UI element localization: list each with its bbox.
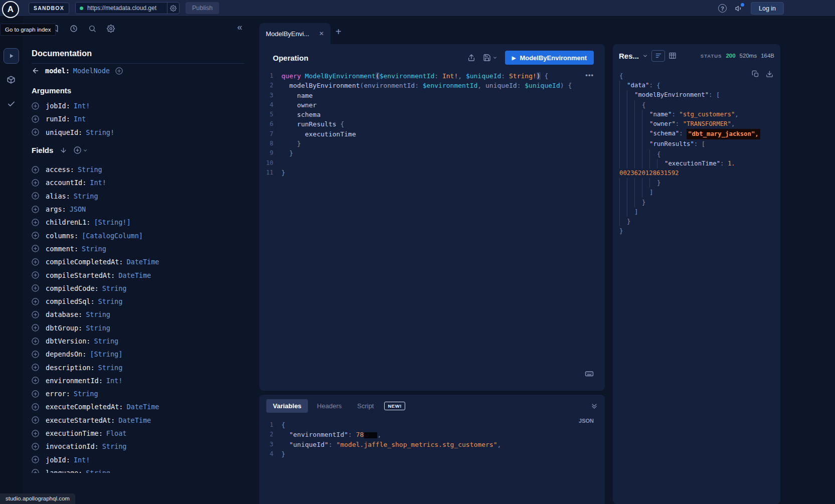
tree-view-icon[interactable] [651,50,665,62]
login-button[interactable]: Log in [751,2,784,15]
add-to-query-icon[interactable] [32,377,39,384]
field-type-link[interactable]: String [94,337,118,345]
collapse-panel-icon[interactable] [591,403,598,410]
add-to-query-icon[interactable] [32,166,39,174]
share-icon[interactable] [467,54,475,62]
apollo-logo[interactable]: A [2,1,19,18]
add-to-query-icon[interactable] [32,179,39,187]
field-type-link[interactable]: String [82,245,106,253]
field-type-link[interactable]: DateTime [126,403,159,411]
endpoint-url[interactable]: https://metadata.cloud.get [83,5,167,12]
add-to-query-icon[interactable] [32,364,39,371]
download-response-icon[interactable] [766,70,773,78]
add-to-query-icon[interactable] [32,206,39,213]
field-type-link[interactable]: DateTime [118,416,151,424]
announcements-icon[interactable] [735,5,743,13]
explorer-icon[interactable] [4,48,19,64]
field-type-link[interactable]: JSON [70,205,86,213]
add-to-query-icon[interactable] [32,219,39,226]
operation-tab[interactable]: ModelByEnvi... ✕ [259,23,330,44]
settings-icon[interactable] [107,25,115,33]
field-type-link[interactable]: Int! [74,102,90,110]
publish-button[interactable]: Publish [186,2,219,14]
add-all-fields-icon[interactable] [74,146,88,154]
field-type-link[interactable]: String [78,165,102,174]
history-icon[interactable] [70,25,78,33]
fields-list[interactable]: access:StringaccountId:Int!alias:Stringa… [32,163,244,473]
add-to-query-icon[interactable] [115,67,123,75]
tab-headers[interactable]: Headers [310,399,348,413]
field-type-link[interactable]: DateTime [118,271,151,279]
checks-icon[interactable] [7,100,16,108]
add-to-query-icon[interactable] [32,324,39,331]
field-type-link[interactable]: String [98,364,123,372]
add-to-query-icon[interactable] [32,430,39,437]
response-json[interactable]: {"data": {"modelByEnvironment": [{"name"… [613,67,780,236]
add-to-query-icon[interactable] [32,456,39,463]
endpoint-input[interactable]: https://metadata.cloud.get [75,2,180,14]
add-to-query-icon[interactable] [32,128,39,136]
field-type-link[interactable]: String [74,390,98,398]
collapse-sidebar-icon[interactable]: « [237,23,242,32]
field-type-link[interactable]: String [74,192,98,200]
tab-script[interactable]: Script [351,399,380,413]
field-type-link[interactable]: Int! [74,456,90,464]
add-to-query-icon[interactable] [32,245,39,252]
save-menu-chevron-icon[interactable] [492,55,497,60]
new-tab-icon[interactable]: + [336,27,342,37]
add-to-query-icon[interactable] [32,403,39,411]
field-type-link[interactable]: Float [106,429,127,437]
indent-guide [619,100,627,110]
field-type-link[interactable]: Int [74,115,86,123]
connection-settings-icon[interactable] [167,3,179,14]
back-icon[interactable] [32,67,40,75]
add-to-query-icon[interactable] [32,443,39,450]
add-to-query-icon[interactable] [32,351,39,358]
code-token: ] [634,207,638,217]
add-to-query-icon[interactable] [32,258,39,266]
add-to-query-icon[interactable] [32,232,39,239]
add-to-query-icon[interactable] [32,338,39,345]
field-type-link[interactable]: String [102,284,127,292]
add-to-query-icon[interactable] [32,115,39,123]
add-to-query-icon[interactable] [32,390,39,398]
field-type-link[interactable]: String [86,310,110,318]
run-operation-button[interactable]: ▶ ModelByEnvironment [505,51,594,65]
sort-fields-icon[interactable] [60,146,67,154]
field-type-link[interactable]: String [86,469,110,473]
response-menu-chevron-icon[interactable] [642,53,648,59]
add-to-query-icon[interactable] [32,311,39,318]
add-to-query-icon[interactable] [32,192,39,200]
field-name: description: [46,364,95,372]
add-to-query-icon[interactable] [32,284,39,292]
add-to-query-icon[interactable] [32,271,39,279]
field-type-link[interactable]: String [86,324,110,332]
add-to-query-icon[interactable] [32,298,39,305]
add-to-query-icon[interactable] [32,469,39,473]
help-icon[interactable]: ? [718,4,727,13]
keyboard-shortcuts-icon[interactable] [585,369,594,378]
field-type-link[interactable]: [String!] [94,218,130,226]
field-type-link[interactable]: [String] [90,350,122,358]
add-to-query-icon[interactable] [32,416,39,424]
field-type-link[interactable]: String [102,442,127,450]
model-type-link[interactable]: ModelNode [73,67,110,75]
table-view-icon[interactable] [669,52,677,60]
field-type-link[interactable]: Int! [90,179,106,187]
search-icon[interactable] [88,25,96,33]
field-type-link[interactable]: String [98,297,123,305]
schema-icon[interactable] [7,75,16,84]
tab-variables[interactable]: Variables [266,399,308,413]
close-tab-icon[interactable]: ✕ [319,30,324,37]
add-to-query-icon[interactable] [32,102,39,110]
editor-overflow-menu-icon[interactable]: ••• [585,71,594,79]
field-type-link[interactable]: Int! [106,377,123,385]
field-type-link[interactable]: [CatalogColumn] [82,232,143,240]
field-type-link[interactable]: DateTime [126,258,159,266]
response-line: ] [619,207,780,217]
copy-response-icon[interactable] [752,70,759,78]
save-icon[interactable] [483,54,491,62]
operation-editor[interactable]: 1query ModelByEnvironment($environmentId… [259,71,605,178]
field-type-link[interactable]: String! [86,128,114,136]
variables-editor[interactable]: 1{2 "environmentId": 78,3 "uniqueId": "m… [259,420,605,459]
